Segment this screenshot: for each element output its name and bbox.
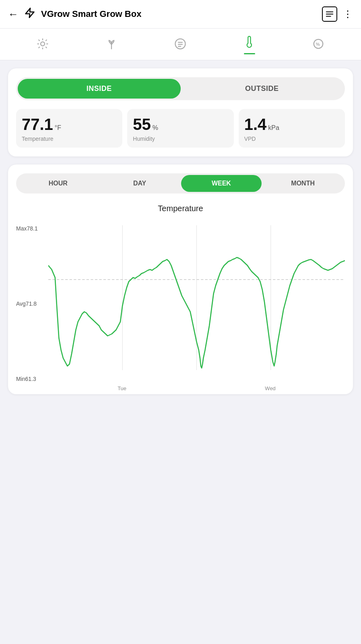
page-title: VGrow Smart Grow Box — [41, 9, 316, 19]
header: ← VGrow Smart Grow Box ⋮ — [0, 0, 361, 29]
humidity-label: Humidity — [133, 136, 228, 142]
tab-temperature[interactable] — [239, 34, 260, 56]
chart-x-labels: Tue Wed — [48, 382, 345, 394]
temperature-value: 77.1 — [22, 116, 53, 132]
svg-point-14 — [175, 39, 186, 49]
sensor-grid: 77.1 °F Temperature 55 % Humidity 1.4 kP… — [16, 109, 345, 148]
humidity-value: 55 — [133, 116, 151, 132]
temperature-label: Temperature — [22, 136, 117, 142]
week-button[interactable]: WEEK — [181, 175, 262, 192]
vpd-value-row: 1.4 kPa — [244, 116, 339, 132]
svg-line-12 — [46, 40, 47, 41]
time-range-toggle: HOUR DAY WEEK MONTH — [16, 173, 345, 193]
main-content: INSIDE OUTSIDE 77.1 °F Temperature 55 % … — [0, 60, 361, 402]
tab-humidity[interactable]: % — [308, 36, 328, 54]
back-button[interactable]: ← — [8, 8, 19, 21]
bolt-icon — [24, 7, 35, 21]
sensor-card: INSIDE OUTSIDE 77.1 °F Temperature 55 % … — [8, 68, 353, 156]
month-button[interactable]: MONTH — [262, 175, 343, 192]
light-icon — [37, 38, 49, 53]
vpd-unit: kPa — [268, 124, 279, 132]
tab-light[interactable] — [33, 36, 53, 54]
chart-card: HOUR DAY WEEK MONTH Temperature Max78.1 … — [8, 165, 353, 394]
humidity-unit: % — [153, 124, 158, 132]
more-button[interactable]: ⋮ — [343, 8, 353, 20]
chart-avg-label: Avg71.8 — [16, 300, 38, 307]
hour-button[interactable]: HOUR — [18, 175, 99, 192]
temperature-unit: °F — [55, 124, 61, 132]
humidity-tile: 55 % Humidity — [127, 109, 233, 148]
temperature-value-row: 77.1 °F — [22, 116, 117, 132]
tab-plant[interactable] — [101, 36, 122, 54]
chart-title: Temperature — [16, 204, 345, 213]
chart-min-label: Min61.3 — [16, 376, 38, 382]
humidity-icon: % — [312, 38, 324, 53]
list-button[interactable] — [322, 6, 337, 22]
vpd-tile: 1.4 kPa VPD — [239, 109, 345, 148]
chart-container: Max78.1 Avg71.8 Min61.3 — [16, 225, 345, 394]
menu-icon — [174, 38, 186, 53]
tab-menu[interactable] — [170, 36, 190, 54]
chart-svg-area — [48, 225, 345, 382]
chart-y-labels: Max78.1 Avg71.8 Min61.3 — [16, 225, 38, 394]
svg-text:%: % — [316, 42, 320, 47]
x-label-wed: Wed — [265, 385, 276, 391]
outside-button[interactable]: OUTSIDE — [181, 79, 344, 99]
svg-marker-0 — [26, 8, 34, 17]
location-toggle: INSIDE OUTSIDE — [16, 77, 345, 100]
vpd-value: 1.4 — [244, 116, 267, 132]
svg-line-7 — [39, 40, 39, 41]
humidity-value-row: 55 % — [133, 116, 228, 132]
tab-bar: % — [0, 29, 361, 60]
temperature-tile: 77.1 °F Temperature — [16, 109, 122, 148]
chart-svg — [48, 225, 345, 382]
chart-max-label: Max78.1 — [16, 225, 38, 232]
vpd-label: VPD — [244, 136, 339, 142]
svg-point-4 — [41, 42, 45, 46]
plant-icon — [105, 38, 118, 53]
svg-point-13 — [111, 43, 112, 44]
x-label-tue: Tue — [118, 385, 126, 391]
inside-button[interactable]: INSIDE — [18, 79, 181, 99]
svg-line-8 — [46, 47, 47, 47]
thermometer-icon — [243, 36, 256, 51]
day-button[interactable]: DAY — [99, 175, 180, 192]
svg-line-11 — [39, 47, 39, 47]
